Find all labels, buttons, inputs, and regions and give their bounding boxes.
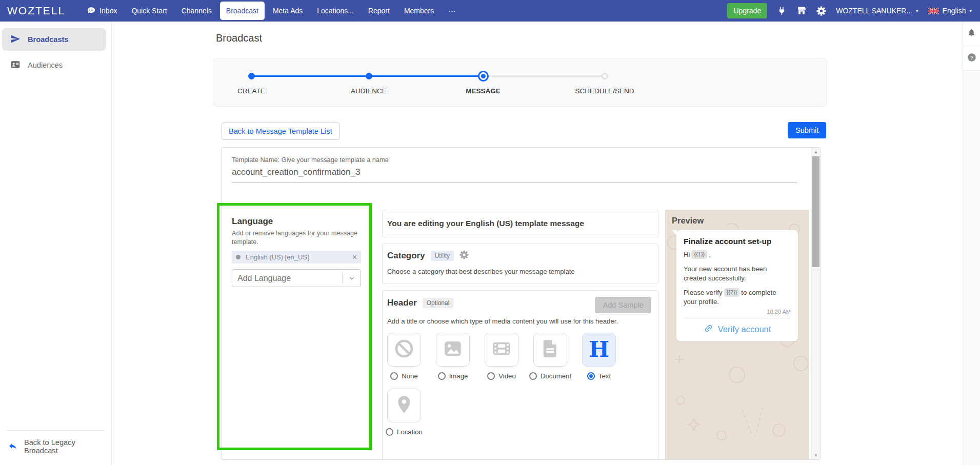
- category-badge: Utility: [431, 251, 454, 261]
- back-to-template-list-button[interactable]: Back to Message Template List: [222, 123, 339, 140]
- variable-2-pill: {{2}}: [724, 288, 740, 297]
- close-icon[interactable]: ×: [352, 253, 357, 261]
- svg-text:?: ?: [970, 54, 973, 60]
- media-option-text[interactable]: H Text: [582, 333, 616, 380]
- video-icon: [491, 338, 512, 361]
- language-chip-label: English (US) [en_US]: [246, 253, 309, 261]
- template-editor-card: Template Name: Give your message templat…: [221, 147, 821, 460]
- account-name: WOZTELL SANUKER...: [836, 7, 912, 15]
- step-audience[interactable]: AUDIENCE: [317, 71, 420, 95]
- language-title: Language: [232, 216, 361, 227]
- nav-members[interactable]: Members: [398, 2, 440, 20]
- language-name: English: [943, 7, 966, 15]
- submit-button[interactable]: Submit: [788, 122, 826, 138]
- sidebar-item-label: Audiences: [28, 61, 63, 69]
- verify-account-button: Verify account: [684, 318, 791, 337]
- nav-locations[interactable]: Locations...: [311, 2, 360, 20]
- sidebar-item-audiences[interactable]: Audiences: [2, 54, 106, 76]
- step-create[interactable]: CREATE: [200, 71, 303, 95]
- radio-none[interactable]: [390, 372, 398, 380]
- step-label: AUDIENCE: [317, 87, 420, 95]
- plug-icon[interactable]: [777, 6, 787, 16]
- message-verify-line: Please verify{{2}}to complete your profi…: [684, 288, 791, 307]
- variable-1-pill: {{1}}: [691, 250, 707, 259]
- paper-plane-icon: [10, 34, 21, 46]
- header-description: Add a title or choose which type of medi…: [387, 317, 653, 325]
- woztell-logo[interactable]: WOZTELL: [7, 5, 65, 17]
- nav-more-ellipsis[interactable]: ···: [442, 2, 462, 20]
- step-label: SCHEDULE/SEND: [553, 87, 656, 95]
- account-menu[interactable]: WOZTELL SANUKER... ▾: [836, 7, 918, 15]
- radio-text[interactable]: [587, 372, 595, 380]
- chevron-down-icon: [342, 273, 361, 284]
- radio-video[interactable]: [487, 372, 495, 380]
- nav-quick-start[interactable]: Quick Start: [125, 2, 173, 20]
- nav-broadcast[interactable]: Broadcast: [220, 2, 265, 20]
- nav-meta-ads[interactable]: Meta Ads: [267, 2, 309, 20]
- gear-icon[interactable]: [816, 6, 826, 16]
- store-icon[interactable]: [796, 6, 807, 16]
- upgrade-button[interactable]: Upgrade: [727, 3, 767, 18]
- nav-inbox-label: Inbox: [99, 7, 117, 15]
- reply-arrow-icon: [8, 441, 17, 452]
- editing-note: You are editing your English (US) templa…: [382, 210, 658, 237]
- template-name-label: Template Name: Give your message templat…: [232, 156, 389, 164]
- media-option-image[interactable]: Image: [436, 333, 470, 380]
- page-title: Broadcast: [216, 32, 262, 44]
- sidebar: Broadcasts Audiences Back to Legacy Broa…: [0, 22, 112, 465]
- header-section: Header Optional Add Sample Add a title o…: [382, 290, 658, 460]
- media-option-document[interactable]: Document: [533, 333, 567, 380]
- location-pin-icon: [394, 394, 414, 417]
- category-description: Choose a category that best describes yo…: [387, 268, 653, 275]
- bell-icon: [967, 28, 976, 39]
- add-sample-button[interactable]: Add Sample: [595, 297, 651, 313]
- uk-flag-icon: [928, 8, 939, 14]
- help-icon: ?: [967, 53, 976, 64]
- back-to-legacy-link[interactable]: Back to Legacy Broadcast: [8, 438, 103, 455]
- radio-image[interactable]: [438, 372, 446, 380]
- scrollbar-thumb[interactable]: [812, 156, 819, 267]
- step-dot: [366, 73, 372, 79]
- chat-bubble-icon: [87, 6, 96, 15]
- sidebar-item-broadcasts[interactable]: Broadcasts: [2, 28, 106, 51]
- help-button[interactable]: ?: [963, 46, 980, 71]
- main-nav: Inbox Quick Start Channels Broadcast Met…: [81, 0, 462, 22]
- preview-title: Preview: [672, 216, 809, 226]
- step-schedule-send[interactable]: SCHEDULE/SEND: [553, 71, 656, 95]
- nav-channels[interactable]: Channels: [175, 2, 218, 20]
- whatsapp-message-bubble: Finalize account set-up Hi{{1}}, Your ne…: [676, 230, 798, 341]
- step-message[interactable]: MESSAGE: [432, 71, 534, 95]
- verify-account-label: Verify account: [718, 325, 771, 334]
- message-preview-panel: Preview Finalize account set-up Hi{{1}},…: [665, 210, 809, 460]
- add-language-select[interactable]: Add Language: [232, 269, 361, 287]
- card-scrollbar[interactable]: ▲ ▼: [811, 148, 820, 459]
- language-chip[interactable]: English (US) [en_US] ×: [232, 251, 361, 264]
- header-title: Header: [387, 298, 417, 308]
- app-root: WOZTELL Inbox Quick Start Channels Broad…: [0, 0, 980, 465]
- step-dot: [248, 73, 255, 79]
- chip-dot-icon: [236, 255, 241, 259]
- media-option-location[interactable]: Location: [387, 389, 421, 436]
- gear-icon[interactable]: [459, 250, 469, 261]
- scroll-up-arrow[interactable]: ▲: [812, 148, 820, 156]
- step-dot: [602, 73, 608, 79]
- nav-inbox[interactable]: Inbox: [81, 1, 123, 21]
- nav-report[interactable]: Report: [362, 2, 396, 20]
- scroll-down-arrow[interactable]: ▼: [812, 451, 820, 459]
- sidebar-item-label: Broadcasts: [28, 35, 69, 44]
- document-icon: [540, 338, 561, 361]
- media-option-video[interactable]: Video: [485, 333, 518, 380]
- radio-document[interactable]: [529, 372, 537, 380]
- message-body: Your new account has been created succes…: [684, 265, 791, 283]
- editor-column: You are editing your English (US) templa…: [382, 210, 658, 460]
- media-option-none[interactable]: None: [387, 333, 421, 380]
- template-name-input[interactable]: account_creation_confirmation_3: [232, 167, 797, 183]
- add-language-placeholder: Add Language: [232, 274, 342, 283]
- chevron-down-icon: ▾: [916, 8, 918, 13]
- notifications-button[interactable]: [963, 22, 980, 46]
- top-navbar: WOZTELL Inbox Quick Start Channels Broad…: [0, 0, 980, 22]
- step-label: CREATE: [200, 87, 303, 95]
- radio-location[interactable]: [386, 428, 393, 436]
- prohibited-icon: [393, 338, 415, 361]
- language-menu[interactable]: English ▾: [928, 7, 972, 15]
